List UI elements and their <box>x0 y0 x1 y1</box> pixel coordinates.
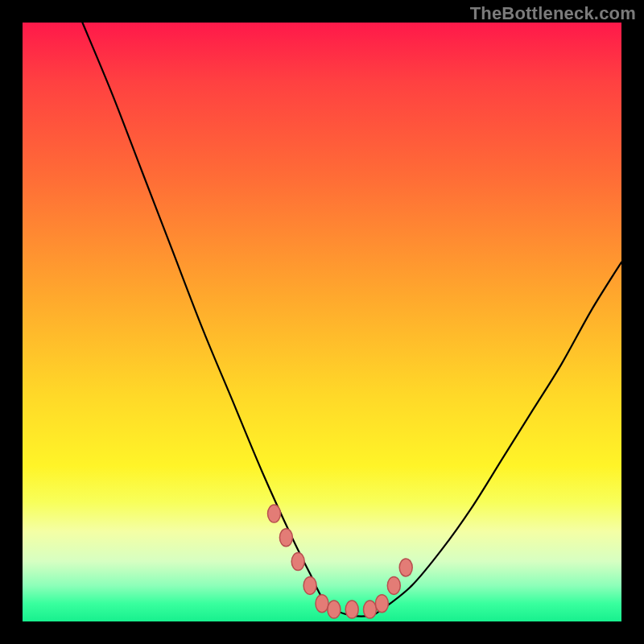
curve-marker <box>279 529 292 547</box>
watermark-text: TheBottleneck.com <box>470 3 636 24</box>
bottleneck-curve <box>82 23 621 617</box>
curve-marker <box>316 595 328 613</box>
curve-markers <box>268 505 413 618</box>
curve-marker <box>291 553 304 571</box>
chart-frame: TheBottleneck.com <box>0 0 644 644</box>
curve-marker <box>399 559 412 576</box>
curve-marker <box>345 601 358 618</box>
curve-marker <box>375 595 388 613</box>
curve-marker <box>364 601 377 618</box>
chart-plot-area <box>23 23 621 621</box>
curve-marker <box>387 576 400 594</box>
chart-svg <box>23 23 621 621</box>
curve-marker <box>328 601 341 618</box>
curve-marker <box>268 505 281 522</box>
curve-marker <box>303 576 316 594</box>
